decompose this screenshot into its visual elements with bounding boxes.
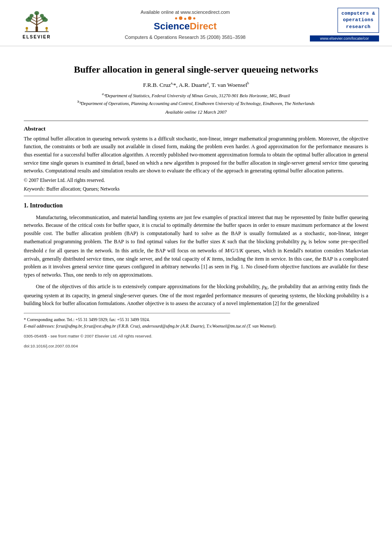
footnote-divider — [24, 313, 230, 314]
keywords-line: Keywords: Buffer allocation; Queues; Net… — [24, 186, 368, 191]
svg-line-6 — [37, 21, 44, 25]
intro-paragraph-2: One of the objectives of this article is… — [24, 283, 368, 308]
page: ELSEVIER Available online at www.science… — [0, 0, 392, 535]
elsevier-tree-icon — [22, 10, 52, 34]
available-date: Available online 12 March 2007 — [24, 109, 368, 115]
affiliations: aᵃDepartment of Statistics, Federal Univ… — [24, 92, 368, 107]
cor-logo-area: computers &operationsresearch www.elsevi… — [310, 8, 379, 41]
footnote-email: E-mail addresses: fcruz@ufmg.br, fcruz@e… — [24, 323, 368, 329]
main-content: Buffer allocation in general single-serv… — [0, 46, 392, 358]
svg-point-19 — [45, 27, 48, 29]
divider-mid — [24, 196, 368, 196]
divider-top — [24, 121, 368, 121]
cor-logo-box: computers &operationsresearch — [338, 8, 379, 33]
svg-point-14 — [40, 14, 44, 17]
page-header: ELSEVIER Available online at www.science… — [0, 0, 392, 46]
abstract-section: Abstract The optimal buffer allocation i… — [24, 125, 368, 191]
sciencedirect-title: ScienceDirect — [154, 21, 217, 32]
svg-line-3 — [30, 21, 37, 25]
copyright-text: © 2007 Elsevier Ltd. All rights reserved… — [24, 178, 368, 183]
svg-point-15 — [35, 11, 39, 15]
cor-logo-text: computers &operationsresearch — [341, 10, 375, 30]
svg-point-16 — [25, 27, 28, 29]
footer-issn: 0305-0548/$ - see front matter © 2007 El… — [24, 333, 368, 339]
keywords-label: Keywords: — [24, 186, 45, 191]
available-online-text: Available online at www.sciencedirect.co… — [140, 10, 229, 15]
intro-paragraph-1: Manufacturing, telecommunication, and ma… — [24, 213, 368, 279]
svg-point-13 — [30, 14, 34, 17]
introduction-section: 1. Introduction Manufacturing, telecommu… — [24, 202, 368, 308]
abstract-heading: Abstract — [24, 125, 368, 132]
paper-title: Buffer allocation in general single-serv… — [24, 64, 368, 76]
word-one: One — [36, 283, 45, 290]
journal-info-text: Computers & Operations Research 35 (2008… — [125, 35, 245, 40]
footnote-corresponding: * Corresponding author. Tel.: +55 31 349… — [24, 316, 368, 323]
svg-line-7 — [37, 19, 43, 22]
website-bar[interactable]: www.elsevier.com/locate/cor — [310, 35, 379, 41]
sd-dots-icon — [175, 16, 195, 20]
intro-heading: 1. Introduction — [24, 202, 368, 209]
sciencedirect-logo: ScienceDirect — [154, 16, 217, 32]
svg-line-4 — [31, 19, 37, 22]
elsevier-logo-area: ELSEVIER — [13, 10, 61, 39]
footer-doi: doi:10.1016/j.cor.2007.03.004 — [24, 343, 368, 349]
authors-line: F.R.B. Cruza,*, A.R. Duartea, T. van Woe… — [24, 81, 368, 89]
keywords-values: Buffer allocation; Queues; Networks — [46, 186, 119, 191]
sciencedirect-area: Available online at www.sciencedirect.co… — [61, 10, 310, 40]
abstract-text: The optimal buffer allocation in queuein… — [24, 135, 368, 175]
elsevier-label: ELSEVIER — [22, 35, 51, 39]
